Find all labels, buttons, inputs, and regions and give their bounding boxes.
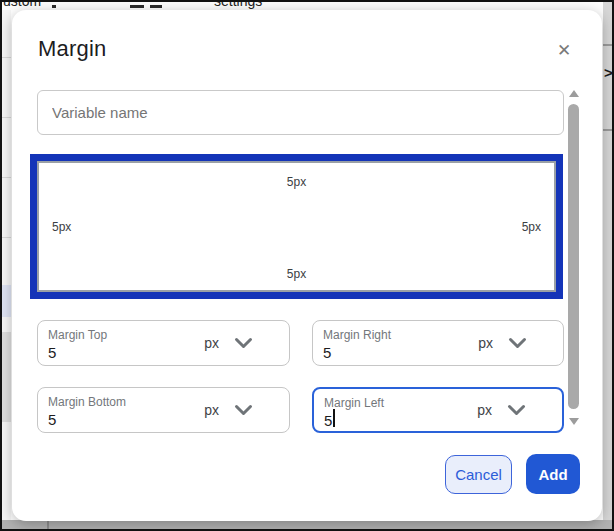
margin-left-input[interactable] [324, 410, 454, 430]
dialog-scrollbar[interactable] [568, 88, 580, 433]
margin-right-field[interactable]: Margin Right px [312, 320, 564, 366]
chevron-down-icon[interactable] [507, 404, 526, 416]
background-row-line [2, 117, 11, 118]
background-clipped-glyphs [150, 5, 162, 8]
margin-bottom-input[interactable] [48, 409, 178, 429]
scrollbar-down-arrow-icon[interactable] [569, 418, 579, 425]
field-label: Margin Left [324, 396, 384, 410]
variable-name-input[interactable] [37, 90, 564, 135]
background-page-top: ustom settings [2, 2, 612, 10]
app-window: ustom settings > Margin ✕ 5px 5px 5px 5p… [0, 0, 614, 531]
margin-preview-inner: 5px 5px 5px 5px [37, 161, 556, 292]
background-separator [603, 44, 612, 46]
field-label: Margin Bottom [48, 395, 126, 409]
preview-right-margin-value: 5px [522, 220, 541, 234]
background-row-line [2, 237, 11, 238]
cancel-button[interactable]: Cancel [445, 455, 512, 494]
background-text-fragment: settings [214, 2, 262, 9]
margin-dialog: Margin ✕ 5px 5px 5px 5px Margin Top px M… [12, 10, 602, 521]
background-page-right: > [603, 2, 612, 529]
background-clipped-glyphs [130, 5, 144, 8]
background-horizontal-scrollbar[interactable] [2, 520, 612, 529]
scrollbar-divider [47, 520, 49, 529]
margin-left-field[interactable]: Margin Left px [312, 387, 564, 433]
chevron-down-icon[interactable] [234, 404, 253, 416]
chevron-right-icon[interactable]: > [604, 64, 613, 81]
margin-bottom-field[interactable]: Margin Bottom px [37, 387, 290, 433]
margin-top-field[interactable]: Margin Top px [37, 320, 290, 366]
background-selected-row [2, 285, 11, 317]
scrollbar-thumb[interactable] [568, 104, 579, 409]
background-separator [603, 129, 612, 131]
text-caret [333, 409, 335, 427]
unit-label: px [477, 402, 492, 418]
preview-left-margin-value: 5px [52, 220, 71, 234]
margin-right-input[interactable] [323, 342, 453, 362]
background-row-line [2, 57, 11, 58]
background-page-left [2, 10, 11, 522]
chevron-down-icon[interactable] [234, 337, 253, 349]
background-row-line [2, 177, 11, 178]
background-text-fragment: ustom [3, 2, 41, 9]
background-panel-edge [2, 332, 11, 422]
preview-bottom-margin-value: 5px [287, 267, 306, 281]
scrollbar-up-arrow-icon[interactable] [569, 90, 579, 97]
preview-top-margin-value: 5px [287, 175, 306, 189]
field-label: Margin Right [323, 328, 391, 342]
add-button[interactable]: Add [526, 454, 580, 494]
unit-label: px [204, 335, 219, 351]
dialog-title: Margin [38, 36, 106, 62]
margin-preview-box: 5px 5px 5px 5px [30, 154, 563, 299]
unit-label: px [478, 335, 493, 351]
chevron-down-icon[interactable] [508, 337, 527, 349]
close-icon[interactable]: ✕ [552, 38, 576, 62]
margin-top-input[interactable] [48, 342, 178, 362]
field-label: Margin Top [48, 328, 107, 342]
unit-label: px [204, 402, 219, 418]
background-clipped-glyphs [52, 5, 56, 8]
